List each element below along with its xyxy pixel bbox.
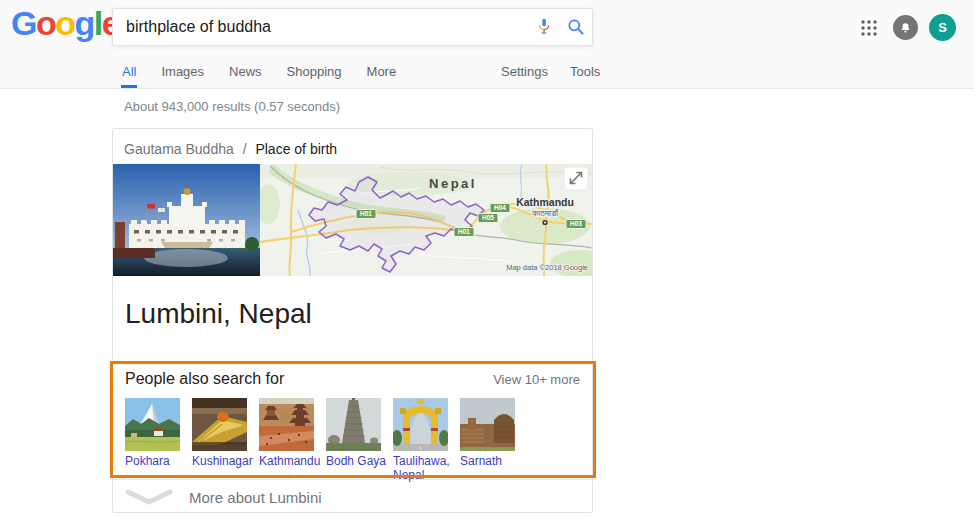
tools-menu[interactable]: Tools	[569, 58, 601, 85]
map-attribution: Map data ©2018 Google	[506, 263, 588, 272]
people-also-search-for: People also search for View 10+ more Pok	[113, 361, 592, 479]
pasf-item-kushinagar[interactable]: Kushinagar	[192, 398, 247, 482]
map-city-label-local: काठमाडौं	[531, 208, 559, 218]
kushinagar-thumbnail[interactable]	[192, 398, 247, 451]
view-more-link[interactable]: View 10+ more	[493, 372, 580, 387]
pasf-item-label[interactable]: Kushinagar	[192, 454, 254, 468]
svg-text:H04: H04	[494, 204, 506, 211]
search-tools-menu: Settings Tools	[500, 58, 601, 85]
chevron-down-icon	[124, 489, 174, 505]
answer-title: Lumbini, Nepal	[113, 276, 592, 361]
map-city-label: Kathmandu	[516, 196, 574, 208]
pasf-item-taulihawa[interactable]: Taulihawa, Nepal	[393, 398, 448, 482]
sarnath-thumbnail[interactable]	[460, 398, 515, 451]
highway-badge: H01	[356, 210, 376, 219]
pasf-item-label[interactable]: Sarnath	[460, 454, 522, 468]
breadcrumb-separator: /	[243, 141, 247, 157]
settings-menu[interactable]: Settings	[500, 58, 549, 85]
result-stats: About 943,000 results (0.57 seconds)	[124, 99, 340, 114]
bodh-gaya-thumbnail[interactable]	[326, 398, 381, 451]
pasf-carousel: Pokhara Kushinagar	[125, 398, 580, 482]
pasf-item-pokhara[interactable]: Pokhara	[125, 398, 180, 482]
map-container: Nepal H01 H04 H05 H01	[260, 164, 592, 276]
lumbini-temple-photo[interactable]	[113, 164, 260, 276]
highway-badge: H01	[454, 228, 474, 237]
nepal-map[interactable]: Nepal H01 H04 H05 H01	[260, 164, 592, 276]
pasf-item-label[interactable]: Bodh Gaya	[326, 454, 388, 468]
more-about-expander[interactable]: More about Lumbini	[113, 479, 592, 514]
map-expand-icon[interactable]	[564, 167, 588, 190]
highway-badge: H04	[490, 204, 510, 213]
media-strip: Nepal H01 H04 H05 H01	[113, 164, 592, 276]
pasf-item-label[interactable]: Kathmandu	[259, 454, 321, 468]
logo-letter: G	[11, 4, 36, 42]
highway-badge: H05	[478, 214, 498, 223]
tab-more[interactable]: More	[366, 58, 398, 88]
voice-search-mic-icon[interactable]	[528, 9, 560, 45]
svg-text:H03: H03	[570, 220, 582, 227]
breadcrumb: Gautama Buddha / Place of birth	[113, 129, 592, 164]
pasf-item-label[interactable]: Pokhara	[125, 454, 187, 468]
map-country-label: Nepal	[429, 176, 477, 191]
pasf-item-bodh-gaya[interactable]: Bodh Gaya	[326, 398, 381, 482]
search-box[interactable]	[112, 8, 593, 46]
search-submit-icon[interactable]	[560, 9, 592, 45]
pasf-item-sarnath[interactable]: Sarnath	[460, 398, 515, 482]
logo-letter: o	[55, 4, 74, 42]
notifications-bell-icon[interactable]	[893, 15, 918, 40]
logo-letter: g	[75, 4, 94, 42]
logo-letter: l	[94, 4, 102, 42]
more-about-label: More about Lumbini	[189, 489, 322, 506]
search-input[interactable]	[113, 12, 528, 42]
account-avatar[interactable]: S	[929, 14, 956, 41]
svg-text:H01: H01	[458, 228, 470, 235]
tab-shopping[interactable]: Shopping	[286, 58, 343, 88]
google-logo[interactable]: Google	[11, 4, 119, 43]
kathmandu-thumbnail[interactable]	[259, 398, 314, 451]
pasf-item-label[interactable]: Taulihawa, Nepal	[393, 454, 455, 482]
pasf-item-kathmandu[interactable]: Kathmandu	[259, 398, 314, 482]
header-right-controls: S	[856, 14, 956, 41]
svg-text:H01: H01	[360, 210, 372, 217]
tab-news[interactable]: News	[228, 58, 263, 88]
knowledge-panel: Gautama Buddha / Place of birth	[112, 128, 593, 513]
svg-text:H05: H05	[482, 214, 494, 221]
breadcrumb-entity-link[interactable]: Gautama Buddha	[124, 141, 234, 157]
google-apps-grid-icon[interactable]	[856, 15, 882, 41]
logo-letter: o	[36, 4, 55, 42]
breadcrumb-attribute: Place of birth	[255, 141, 337, 157]
highway-badge: H03	[566, 220, 586, 229]
search-tabs: All Images News Shopping More	[121, 58, 397, 88]
tab-all[interactable]: All	[121, 58, 137, 88]
pasf-title: People also search for	[125, 370, 284, 388]
tab-images[interactable]: Images	[160, 58, 205, 88]
pokhara-thumbnail[interactable]	[125, 398, 180, 451]
taulihawa-thumbnail[interactable]	[393, 398, 448, 451]
